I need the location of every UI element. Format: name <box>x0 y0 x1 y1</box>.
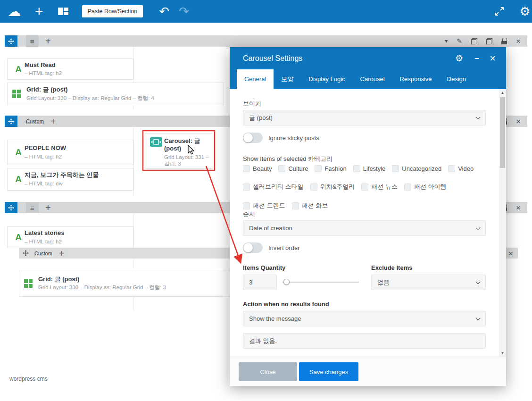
add-column-icon[interactable]: + <box>50 117 56 126</box>
checkbox[interactable] <box>448 165 455 172</box>
element-must-read[interactable]: A Must Read – HTML tag: h2 <box>7 58 133 80</box>
delete-row-icon[interactable]: × <box>516 117 521 125</box>
category-checkbox-uncategorized[interactable]: Uncategorized <box>392 165 441 172</box>
element-latest-stories[interactable]: A Latest stories – HTML tag: h2 <box>7 226 133 248</box>
move-handle-icon[interactable] <box>23 250 29 256</box>
text-element-icon: A <box>12 174 25 184</box>
layout-icon[interactable] <box>58 7 69 16</box>
category-checkbox-fashion-item[interactable]: 패션 아이템 <box>404 183 447 191</box>
add-column-icon[interactable]: + <box>45 36 51 46</box>
element-subtitle: Grid Layout: 331 – 컬럼: 3 <box>164 154 209 168</box>
order-select[interactable]: Date of creation <box>243 220 486 236</box>
checkbox[interactable] <box>361 184 368 191</box>
element-title: Latest stories <box>25 229 65 237</box>
add-element-icon[interactable]: + <box>35 4 43 18</box>
tab-style[interactable]: 모양 <box>274 69 301 89</box>
no-results-message-input[interactable] <box>243 333 486 349</box>
redo-icon[interactable]: ↷ <box>179 4 189 19</box>
move-handle-icon[interactable] <box>5 35 17 47</box>
tab-carousel[interactable]: Carousel <box>353 69 392 89</box>
edit-pencil-icon[interactable]: ✎ <box>457 37 462 45</box>
fullscreen-icon[interactable] <box>494 6 505 17</box>
row-menu-icon[interactable]: ≡ <box>26 202 39 213</box>
invert-order-label: Invert order <box>268 244 299 251</box>
category-checkbox-watch-jewelry[interactable]: 워치&주얼리 <box>310 183 355 191</box>
close-button[interactable]: Close <box>239 362 297 381</box>
lock-icon[interactable] <box>501 38 507 44</box>
scroll-down-icon[interactable]: ▼ <box>501 350 505 357</box>
ignore-sticky-toggle[interactable] <box>243 133 263 143</box>
exclude-items-select[interactable]: 없음 <box>371 275 486 290</box>
save-changes-button[interactable]: Save changes <box>299 362 358 381</box>
category-checkbox-culture[interactable]: Culture <box>278 165 308 172</box>
modal-gear-icon[interactable]: ⚙ <box>455 53 463 64</box>
category-checkbox-celebrity-style[interactable]: 셀러브리티 스타일 <box>243 183 304 191</box>
tab-display-logic[interactable]: Display Logic <box>301 69 352 89</box>
category-checkbox-lifestyle[interactable]: Lifestyle <box>353 165 386 172</box>
delete-row-icon[interactable]: × <box>516 204 521 212</box>
paste-row-section-button[interactable]: Paste Row/Section <box>82 5 143 17</box>
element-people-now[interactable]: A PEOPLE NOW – HTML tag: h2 <box>7 140 133 165</box>
category-checkbox-fashion-news[interactable]: 패션 뉴스 <box>361 183 398 191</box>
checkbox[interactable] <box>315 165 322 172</box>
category-checkbox-fashion-trend[interactable]: 패션 트렌드 <box>243 201 285 210</box>
tab-design[interactable]: Design <box>440 69 474 89</box>
element-subtitle: – HTML tag: h2 <box>25 153 66 160</box>
settings-gear-icon[interactable]: ⚙ <box>518 4 532 19</box>
undo-icon[interactable]: ↶ <box>159 4 169 19</box>
element-heading-kr[interactable]: A 지금, 보그가 주목하는 인물 – HTML tag: div <box>7 168 133 191</box>
caret-down-icon[interactable]: ▾ <box>445 38 448 44</box>
minimize-icon[interactable]: – <box>474 53 479 63</box>
checkbox[interactable] <box>243 202 250 209</box>
checkbox[interactable] <box>292 202 299 209</box>
custom-row-label[interactable]: Custom <box>34 251 52 256</box>
select-value: Show the message <box>249 315 301 322</box>
scrollbar-thumb[interactable] <box>500 97 505 168</box>
modal-scrollbar[interactable]: ▲ ▼ <box>499 89 506 357</box>
checkbox[interactable] <box>392 165 399 172</box>
element-title: Carousel: 글 (post) <box>164 137 209 153</box>
row-1-header[interactable]: ≡ + ▾ ✎ × <box>5 35 527 47</box>
items-quantity-input[interactable] <box>243 275 277 290</box>
duplicate-icon[interactable] <box>471 38 477 44</box>
category-checkbox-beauty[interactable]: Beauty <box>243 165 272 172</box>
add-column-icon[interactable]: + <box>59 249 65 258</box>
category-checkbox-fashion[interactable]: Fashion <box>315 165 346 172</box>
custom-row-label[interactable]: Custom <box>26 118 44 124</box>
close-icon[interactable]: × <box>490 52 496 65</box>
scroll-up-icon[interactable]: ▲ <box>501 89 505 96</box>
checkbox[interactable] <box>404 184 411 191</box>
tab-responsive[interactable]: Responsive <box>392 69 440 89</box>
element-grid-post[interactable]: Grid: 글 (post) Grid Layout: 330 – Displa… <box>7 83 224 105</box>
checkbox[interactable] <box>278 165 285 172</box>
categories-checkbox-group: Beauty Culture Fashion Lifestyle Uncateg… <box>243 165 488 210</box>
move-handle-icon[interactable] <box>5 202 17 213</box>
cloud-icon[interactable]: ☁ <box>8 4 21 19</box>
element-grid-post[interactable]: Grid: 글 (post) Grid Layout: 330 – Displa… <box>19 270 236 297</box>
category-checkbox-fashion-pictorial[interactable]: 패션 화보 <box>292 201 328 210</box>
element-carousel[interactable]: Carousel: 글 (post) Grid Layout: 331 – 컬럼… <box>145 133 213 169</box>
no-results-action-select[interactable]: Show the message <box>243 311 486 326</box>
invert-order-toggle[interactable] <box>243 242 263 253</box>
category-checkbox-video[interactable]: Video <box>448 165 474 172</box>
delete-row-icon[interactable]: × <box>516 37 521 45</box>
row-menu-icon[interactable]: ≡ <box>26 35 39 47</box>
move-handle-icon[interactable] <box>5 116 17 127</box>
text-element-icon: A <box>12 64 25 75</box>
toggle-knob <box>243 133 253 142</box>
add-column-icon[interactable]: + <box>45 203 51 212</box>
checkbox[interactable] <box>243 165 250 172</box>
slider-handle[interactable] <box>283 279 290 285</box>
checkbox[interactable] <box>353 165 360 172</box>
element-title: Grid: 글 (post) <box>26 86 154 93</box>
post-type-select[interactable]: 글 (post) <box>243 110 486 125</box>
copy-icon[interactable] <box>486 38 492 44</box>
tab-general[interactable]: General <box>237 69 274 89</box>
delete-row-icon[interactable]: × <box>508 250 513 258</box>
items-quantity-slider[interactable] <box>283 278 359 286</box>
ignore-sticky-label: Ignore sticky posts <box>268 134 319 142</box>
checkbox[interactable] <box>243 184 250 191</box>
modal-header[interactable]: Carousel Settings ⚙ – × <box>230 47 506 69</box>
toggle-knob <box>243 243 253 252</box>
checkbox[interactable] <box>310 184 317 191</box>
